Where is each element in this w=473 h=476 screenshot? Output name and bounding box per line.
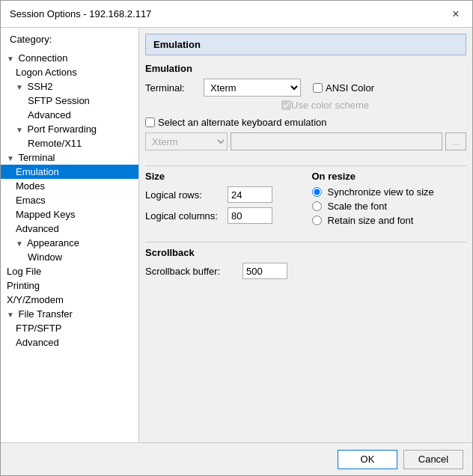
sidebar-item-window[interactable]: Window [1, 250, 138, 264]
close-button[interactable]: × [448, 7, 463, 22]
size-section: Size Logical rows: Logical columns: [145, 171, 300, 228]
expand-icon-connection: ▼ [7, 55, 16, 63]
sidebar-item-xy-zmodem[interactable]: X/Y/Zmodem [1, 293, 138, 307]
scale-font-radio[interactable] [312, 201, 322, 211]
session-options-dialog: Session Options - 192.168.2.117 × Catego… [0, 0, 473, 476]
sidebar-item-sftp-session[interactable]: SFTP Session [1, 94, 138, 108]
use-color-scheme-checkbox[interactable] [281, 100, 291, 110]
sidebar-item-connection[interactable]: ▼ Connection [1, 51, 138, 65]
sidebar-item-printing[interactable]: Printing [1, 278, 138, 293]
sync-view-label: Synchronize view to size [328, 186, 434, 198]
divider-2 [145, 242, 466, 242]
scrollback-section-label: Scrollback [145, 247, 466, 258]
tree: ▼ Connection Logon Actions ▼ SSH2 SFTP S… [1, 48, 138, 442]
sidebar-item-emulation[interactable]: Emulation [1, 165, 138, 179]
alt-keyboard-checkbox[interactable] [145, 118, 155, 127]
expand-icon-terminal: ▼ [7, 154, 16, 162]
dots-button[interactable]: ... [445, 132, 466, 150]
keyboard-text-input[interactable] [231, 132, 442, 150]
ok-button[interactable]: OK [338, 450, 397, 469]
divider-1 [145, 165, 466, 166]
expand-icon-port-forwarding: ▼ [16, 126, 25, 134]
ansi-color-label: ANSI Color [326, 82, 374, 94]
scale-font-label: Scale the font [328, 201, 388, 212]
sidebar-item-ssh2[interactable]: ▼ SSH2 [1, 79, 138, 94]
dialog-body: Category: ▼ Connection Logon Actions ▼ S… [1, 28, 472, 442]
sidebar-item-advanced-conn[interactable]: Advanced [1, 108, 138, 122]
sidebar-item-mapped-keys[interactable]: Mapped Keys [1, 207, 138, 222]
sidebar-item-ftp-sftp[interactable]: FTP/SFTP [1, 321, 138, 335]
sidebar-item-appearance[interactable]: ▼ Appearance [1, 236, 138, 250]
use-color-scheme-label: Use color scheme [291, 100, 369, 111]
logical-rows-label: Logical rows: [145, 189, 228, 201]
terminal-dropdown[interactable]: Xterm VT100 VT220 ANSI Linux [204, 79, 301, 97]
title-bar: Session Options - 192.168.2.117 × [1, 1, 472, 28]
size-label: Size [145, 171, 300, 182]
on-resize-label: On resize [312, 171, 467, 182]
sidebar-item-advanced-term[interactable]: Advanced [1, 222, 138, 236]
sidebar-item-advanced-ft[interactable]: Advanced [1, 335, 138, 350]
logical-rows-input[interactable] [228, 186, 272, 203]
resize-radio-group: Synchronize view to size Scale the font … [312, 186, 467, 226]
terminal-label: Terminal: [145, 82, 198, 94]
sidebar-item-file-transfer[interactable]: ▼ File Transfer [1, 307, 138, 321]
scrollback-buffer-label: Scrollback buffer: [145, 266, 242, 277]
dialog-title: Session Options - 192.168.2.117 [10, 8, 151, 19]
sidebar-item-logon-actions[interactable]: Logon Actions [1, 65, 138, 79]
sidebar-item-modes[interactable]: Modes [1, 179, 138, 193]
sidebar-item-log-file[interactable]: Log File [1, 264, 138, 278]
ansi-color-checkbox[interactable] [313, 83, 323, 93]
keyboard-type-dropdown[interactable]: Xterm [145, 132, 228, 150]
on-resize-section: On resize Synchronize view to size Scale… [312, 171, 467, 228]
sidebar-item-remote-x11[interactable]: Remote/X11 [1, 136, 138, 150]
category-label: Category: [1, 28, 138, 48]
sidebar-item-emacs[interactable]: Emacs [1, 193, 138, 207]
expand-icon-ssh2: ▼ [16, 83, 25, 91]
emulation-section-label: Emulation [145, 63, 466, 74]
sidebar-item-port-forwarding[interactable]: ▼ Port Forwarding [1, 122, 138, 136]
retain-size-radio[interactable] [312, 216, 322, 225]
sync-view-radio[interactable] [312, 187, 322, 197]
scrollback-input[interactable] [242, 263, 287, 279]
expand-icon-appearance: ▼ [16, 239, 25, 248]
sidebar-item-terminal[interactable]: ▼ Terminal [1, 150, 138, 165]
dialog-footer: OK Cancel [1, 442, 472, 475]
logical-cols-input[interactable] [228, 207, 272, 224]
alt-keyboard-label: Select an alternate keyboard emulation [158, 117, 326, 128]
right-panel: Emulation Emulation Terminal: Xterm VT10… [139, 28, 472, 442]
left-panel: Category: ▼ Connection Logon Actions ▼ S… [1, 28, 139, 442]
expand-icon-file-transfer: ▼ [7, 311, 16, 319]
cancel-button[interactable]: Cancel [403, 450, 463, 469]
panel-title: Emulation [145, 34, 466, 55]
logical-cols-label: Logical columns: [145, 210, 228, 222]
scrollback-section: Scrollback Scrollback buffer: [145, 247, 466, 279]
retain-size-label: Retain size and font [328, 215, 414, 226]
